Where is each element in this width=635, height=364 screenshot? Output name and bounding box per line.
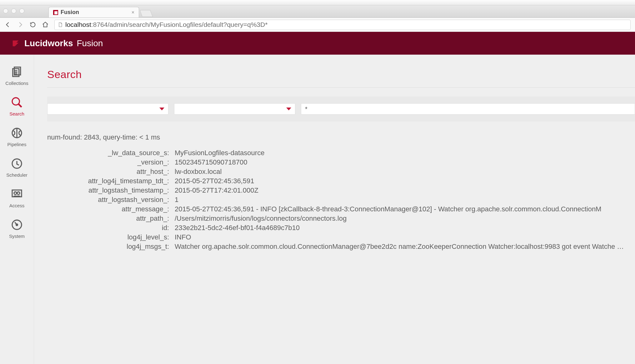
address-bar[interactable]: localhost:8764/admin/search/MyFusionLogf… — [54, 20, 631, 30]
brand-name-1: Lucidworks — [24, 38, 73, 48]
window-controls — [3, 8, 24, 13]
sidebar-item-system[interactable]: System — [0, 214, 34, 244]
field-value: INFO — [175, 233, 635, 241]
url-port: :8764 — [91, 21, 108, 28]
summary-label: , query-time: — [99, 133, 139, 141]
forward-button[interactable] — [17, 21, 24, 28]
field-key: log4j_msgs_t: — [47, 243, 169, 251]
svg-point-10 — [14, 192, 17, 194]
field-value: Watcher org.apache.solr.common.cloud.Con… — [175, 243, 635, 251]
search-controls — [47, 96, 635, 121]
field-key: _version_: — [47, 158, 169, 166]
query-input[interactable] — [301, 103, 635, 115]
new-tab-button[interactable] — [140, 10, 153, 17]
field-key: attr_host_: — [47, 168, 169, 176]
field-key: attr_logstash_version_: — [47, 196, 169, 204]
main-content: Search num-found: 2843, query-time: < 1 … — [34, 55, 635, 364]
chevron-down-icon — [159, 108, 164, 111]
browser-tab[interactable]: Fusion × — [48, 7, 139, 17]
query-time-value: < 1 ms — [139, 133, 160, 141]
favicon-icon — [53, 10, 58, 15]
search-icon — [11, 96, 23, 109]
field-value: 1502345715090718700 — [175, 158, 635, 166]
minimize-window-icon[interactable] — [11, 8, 16, 13]
sidebar-item-label: Access — [9, 203, 24, 208]
svg-point-5 — [12, 98, 19, 105]
sidebar-item-label: Scheduler — [6, 172, 28, 178]
field-value: 1 — [175, 196, 635, 204]
field-value: 2015-05-27T02:45:36,591 — [175, 177, 635, 185]
sidebar-item-label: Collections — [5, 81, 28, 86]
svg-point-11 — [17, 192, 20, 194]
zoom-window-icon[interactable] — [19, 8, 24, 13]
field-value: 233e2b21-5dc2-46ef-bf01-f4a4689c7b10 — [175, 224, 635, 232]
sidebar-item-access[interactable]: Access — [0, 183, 34, 214]
brand-name-2: Fusion — [77, 38, 103, 48]
field-value: 2015-05-27T02:45:36,591 - INFO [zkCallba… — [175, 205, 635, 213]
os-titlebar — [0, 0, 635, 5]
url-path: /admin/search/MyFusionLogfiles/default?q… — [108, 21, 268, 28]
field-key: attr_path_: — [47, 214, 169, 223]
browser-toolbar: localhost:8764/admin/search/MyFusionLogf… — [0, 18, 635, 32]
svg-line-6 — [18, 104, 22, 107]
sidebar-item-pipelines[interactable]: Pipelines — [0, 122, 34, 153]
field-key: attr_log4j_timestamp_tdt_: — [47, 177, 169, 185]
sidebar: Collections Search Pipelines Scheduler A… — [0, 55, 34, 364]
access-icon — [11, 188, 23, 200]
num-found-value: 2843 — [84, 133, 99, 141]
tab-title: Fusion — [61, 9, 129, 16]
sidebar-item-scheduler[interactable]: Scheduler — [0, 153, 34, 183]
field-key: _lw_data_source_s: — [47, 149, 169, 157]
app-topbar: Lucidworks Fusion — [0, 32, 635, 55]
collections-icon — [11, 66, 23, 78]
field-key: id: — [47, 224, 169, 232]
browser-tabstrip: Fusion × — [0, 5, 635, 18]
field-value: /Users/mitzimorris/fusion/logs/connector… — [175, 214, 635, 223]
pipelines-icon — [11, 127, 23, 139]
close-window-icon[interactable] — [3, 8, 8, 13]
system-icon — [11, 219, 23, 231]
sidebar-item-label: Search — [9, 111, 24, 116]
result-document: _lw_data_source_s:MyFusionLogfiles-datas… — [47, 149, 635, 251]
brand-logo[interactable]: Lucidworks Fusion — [11, 38, 103, 48]
chevron-down-icon — [286, 108, 291, 111]
field-key: log4j_level_s: — [47, 233, 169, 241]
results-summary: num-found: 2843, query-time: < 1 ms — [47, 133, 635, 141]
page-icon — [58, 22, 63, 27]
scheduler-icon — [11, 157, 23, 170]
home-button[interactable] — [42, 21, 49, 28]
field-key: attr_message_: — [47, 205, 169, 213]
field-key: attr_logstash_timestamp_: — [47, 186, 169, 194]
field-value: MyFusionLogfiles-datasource — [175, 149, 635, 157]
field-value: 2015-05-27T17:42:01.000Z — [175, 186, 635, 194]
lucidworks-icon — [11, 39, 20, 48]
sidebar-item-label: System — [9, 234, 25, 239]
field-value: lw-doxbox.local — [175, 168, 635, 176]
summary-label: num-found: — [47, 133, 84, 141]
sidebar-item-collections[interactable]: Collections — [0, 61, 34, 91]
back-button[interactable] — [4, 21, 11, 28]
reload-button[interactable] — [29, 21, 36, 28]
collection-select[interactable] — [47, 103, 168, 115]
divider — [47, 87, 635, 88]
page-title: Search — [47, 55, 635, 81]
close-tab-icon[interactable]: × — [132, 10, 134, 15]
sidebar-item-search[interactable]: Search — [0, 91, 34, 122]
url-host: localhost — [65, 21, 91, 28]
sidebar-item-label: Pipelines — [8, 142, 27, 147]
pipeline-select[interactable] — [174, 103, 295, 115]
